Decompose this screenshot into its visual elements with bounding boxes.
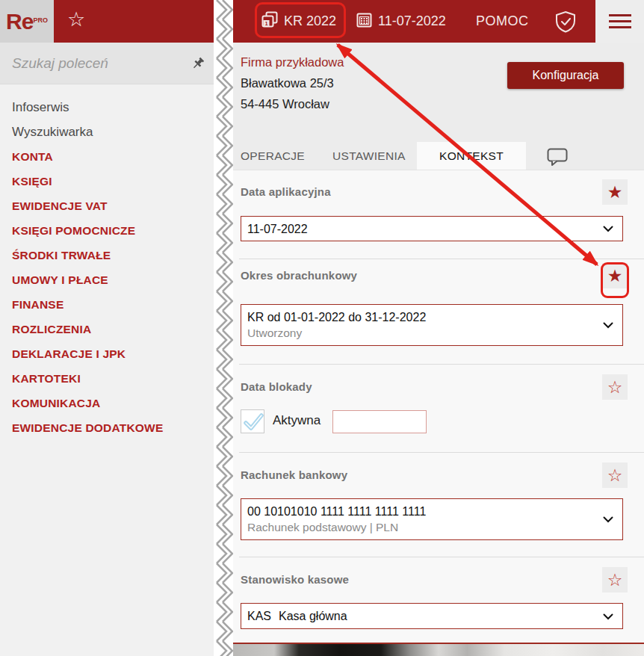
sidebar-item-ksiegi-pomocnicze[interactable]: KSIĘGI POMOCNICZE	[0, 218, 217, 243]
period-label: KR 2022	[284, 13, 336, 29]
sidebar-item-konta[interactable]: KONTA	[0, 144, 217, 169]
sidebar-item-srodki-trwale[interactable]: ŚRODKI TRWAŁE	[0, 243, 217, 267]
pushpin-icon[interactable]	[191, 57, 205, 73]
app-date-value: 11-07-2022	[247, 221, 600, 237]
cash-station-name: Kasa główna	[279, 610, 347, 622]
chevron-down-icon	[603, 513, 613, 526]
app-screen: RePRO ☆ 1 KR 2022	[0, 0, 644, 656]
accounting-period-label: Okres obrachunkowy	[241, 269, 357, 282]
section-divider	[239, 452, 644, 453]
tab-ustawienia[interactable]: USTAWIENIA	[332, 142, 406, 170]
cash-station-favorite-button[interactable]: ☆	[602, 567, 628, 592]
calendar-icon	[356, 12, 372, 31]
accounting-period-value: KR od 01-01-2022 do 31-12-2022	[247, 309, 600, 325]
search-input[interactable]	[0, 43, 217, 84]
star-filled-icon: ★	[607, 184, 623, 201]
sidebar-item-deklaracje-i-jpk[interactable]: DEKLARACJE I JPK	[0, 341, 217, 366]
company-name: Firma przykładowa	[241, 55, 344, 69]
bank-account-favorite-button[interactable]: ☆	[602, 462, 628, 488]
sidebar-item-kartoteki[interactable]: KARTOTEKI	[0, 366, 217, 391]
cash-station-label: Stanowisko kasowe	[241, 573, 349, 586]
zigzag-divider	[214, 0, 233, 656]
hamburger-line	[609, 14, 631, 16]
sidebar-item-finanse[interactable]: FINANSE	[0, 292, 217, 317]
date-button[interactable]: 11-07-2022	[356, 0, 446, 43]
sidebar-item-komunikacja[interactable]: KOMUNIKACJA	[0, 391, 217, 415]
speech-bubble-icon[interactable]	[547, 148, 568, 169]
sidebar-item-umowy-i-place[interactable]: UMOWY I PŁACE	[0, 267, 217, 292]
configuration-button[interactable]: Konfiguracja	[507, 62, 624, 89]
tab-kontekst[interactable]: KONTEKST	[417, 142, 526, 170]
logo-text: Re	[6, 10, 33, 33]
accounting-period-favorite-button[interactable]: ★	[602, 263, 628, 288]
lock-date-favorite-button[interactable]: ☆	[602, 374, 628, 400]
chevron-down-icon	[603, 318, 613, 332]
section-divider	[239, 259, 644, 259]
background-photo	[233, 644, 644, 656]
lock-date-input[interactable]	[332, 410, 427, 433]
app-date-select[interactable]: 11-07-2022	[241, 216, 623, 241]
context-form: Data aplikacyjna ★ 11-07-2022 Okres obra…	[233, 170, 644, 643]
hamburger-menu-button[interactable]	[595, 0, 644, 43]
checkbox-check-icon	[241, 424, 265, 436]
hamburger-line	[609, 26, 631, 28]
hamburger-line	[609, 20, 631, 22]
app-date-favorite-button[interactable]: ★	[602, 179, 628, 205]
sidebar-menu: Infoserwis Wyszukiwarka KONTA KSIĘGI EWI…	[0, 84, 217, 440]
cash-station-code: KAS	[247, 610, 271, 622]
sidebar-item-infoserwis[interactable]: Infoserwis	[0, 95, 217, 120]
cash-station-select[interactable]: KASKasa główna	[241, 603, 623, 629]
date-label: 11-07-2022	[378, 13, 446, 29]
star-outline-icon: ☆	[607, 379, 623, 396]
sidebar-item-wyszukiwarka[interactable]: Wyszukiwarka	[0, 120, 217, 144]
sidebar-item-ewidencje-dodatkowe[interactable]: EWIDENCJE DODATKOWE	[0, 415, 217, 440]
star-outline-icon: ☆	[607, 572, 623, 589]
shield-check-icon[interactable]	[554, 10, 577, 36]
bank-account-select[interactable]: 00 10101010 1111 1111 1111 1111 Rachunek…	[241, 498, 623, 540]
company-address-city: 54-445 Wrocław	[241, 97, 329, 111]
logo-sup: PRO	[33, 16, 48, 24]
lock-date-label: Data blokady	[241, 380, 312, 393]
sidebar-item-ewidencje-vat[interactable]: EWIDENCJE VAT	[0, 194, 217, 218]
accounting-period-status: Utworzony	[247, 325, 600, 341]
star-outline-icon: ☆	[607, 467, 623, 484]
sidebar-item-rozliczenia[interactable]: ROZLICZENIA	[0, 317, 217, 341]
chevron-down-icon	[603, 222, 613, 235]
lock-date-active-checkbox[interactable]	[241, 409, 264, 433]
accounting-period-select[interactable]: KR od 01-01-2022 do 31-12-2022 Utworzony	[241, 304, 623, 346]
tabs-row: OPERACJE USTAWIENIA KONTEKST	[233, 142, 644, 170]
svg-text:1: 1	[264, 20, 267, 27]
section-divider	[239, 364, 644, 365]
sidebar: Infoserwis Wyszukiwarka KONTA KSIĘGI EWI…	[0, 43, 217, 656]
star-filled-icon: ★	[607, 267, 623, 285]
bank-account-number: 00 10101010 1111 1111 1111 1111	[247, 504, 600, 519]
context-panel: Firma przykładowa Bławatkowa 25/3 54-445…	[233, 43, 644, 656]
sidebar-item-ksiegi[interactable]: KSIĘGI	[0, 169, 217, 194]
company-address-street: Bławatkowa 25/3	[241, 76, 334, 90]
lock-date-active-label: Aktywna	[273, 413, 321, 428]
help-button[interactable]: POMOC	[476, 0, 529, 43]
chevron-down-icon	[603, 610, 613, 623]
app-date-label: Data aplikacyjna	[241, 185, 331, 198]
topbar: RePRO ☆ 1 KR 2022	[0, 0, 644, 43]
section-divider	[239, 557, 644, 557]
calendar-stack-icon: 1	[261, 11, 278, 31]
app-logo: RePRO	[0, 0, 54, 43]
bank-account-label: Rachunek bankowy	[241, 468, 347, 481]
command-search	[0, 43, 217, 84]
period-button[interactable]: 1 KR 2022	[261, 0, 336, 43]
tab-operacje[interactable]: OPERACJE	[241, 142, 305, 170]
bank-account-description: Rachunek podstawowy | PLN	[247, 519, 600, 535]
favorites-star-icon[interactable]: ☆	[67, 7, 85, 31]
